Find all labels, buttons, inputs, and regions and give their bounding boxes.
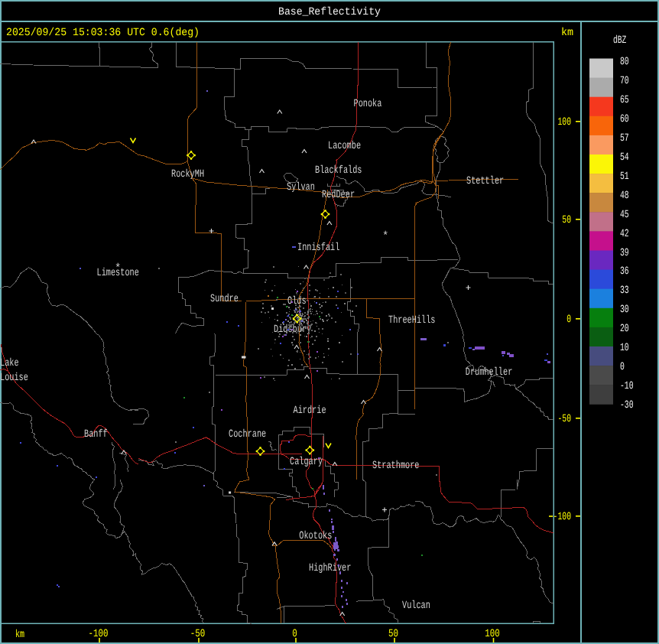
- svg-text:30: 30: [620, 303, 629, 315]
- svg-text:RockyMH: RockyMH: [171, 168, 204, 180]
- svg-text:*: *: [382, 230, 388, 242]
- svg-text:51: 51: [620, 170, 629, 182]
- svg-text:dBZ: dBZ: [613, 34, 627, 46]
- svg-text:-50: -50: [190, 627, 206, 639]
- svg-text:-100: -100: [553, 510, 571, 522]
- svg-text:100: 100: [485, 627, 500, 639]
- svg-text:-50: -50: [557, 412, 571, 424]
- svg-text:57: 57: [620, 132, 629, 144]
- svg-text:0: 0: [566, 313, 571, 325]
- svg-text:Strathmore: Strathmore: [372, 459, 419, 471]
- svg-text:Okotoks: Okotoks: [299, 529, 332, 542]
- svg-text:Ponoka: Ponoka: [354, 97, 382, 109]
- svg-text:100: 100: [557, 115, 571, 128]
- svg-text:42: 42: [620, 227, 629, 239]
- svg-text:-30: -30: [620, 398, 634, 411]
- svg-text:km: km: [561, 26, 573, 38]
- svg-text:Cochrane: Cochrane: [229, 428, 266, 440]
- svg-text:ThreeHills: ThreeHills: [388, 314, 435, 326]
- svg-text:Airdrie: Airdrie: [294, 404, 326, 416]
- svg-text:80: 80: [620, 55, 629, 67]
- svg-text:60: 60: [620, 112, 629, 125]
- svg-text:Innisfail: Innisfail: [297, 241, 340, 253]
- svg-text:-100: -100: [89, 627, 109, 639]
- svg-text:45: 45: [620, 208, 629, 220]
- svg-text:*: *: [115, 262, 121, 275]
- svg-text:HighRiver: HighRiver: [309, 561, 351, 574]
- svg-text:Calgary: Calgary: [290, 455, 323, 467]
- svg-text:65: 65: [620, 93, 629, 106]
- svg-text:33: 33: [620, 284, 629, 296]
- svg-text:Lacombe: Lacombe: [328, 139, 361, 151]
- svg-text:Vulcan: Vulcan: [402, 599, 430, 611]
- svg-text:Stettler: Stettler: [466, 174, 504, 187]
- svg-text:Sundre: Sundre: [210, 292, 239, 304]
- svg-text:RedDeer: RedDeer: [322, 188, 355, 200]
- svg-text:70: 70: [620, 74, 629, 86]
- svg-text:54: 54: [620, 151, 629, 163]
- svg-text:50: 50: [388, 627, 398, 639]
- svg-text:Olds: Olds: [287, 294, 307, 307]
- svg-text:Sylvan: Sylvan: [287, 181, 315, 193]
- svg-text:10: 10: [620, 341, 629, 353]
- svg-text:km: km: [15, 628, 24, 640]
- svg-text:Drumheller: Drumheller: [466, 366, 512, 378]
- svg-text:Base_Reflectivity: Base_Reflectivity: [278, 5, 381, 18]
- svg-text:39: 39: [620, 246, 629, 259]
- svg-text:Banff: Banff: [84, 428, 108, 440]
- svg-text:0: 0: [292, 627, 297, 639]
- svg-text:36: 36: [620, 265, 629, 278]
- svg-text:20: 20: [620, 322, 629, 334]
- svg-text:50: 50: [562, 213, 571, 226]
- svg-text:-10: -10: [620, 379, 634, 392]
- svg-text:2025/09/25 15:03:36 UTC 0.6(de: 2025/09/25 15:03:36 UTC 0.6(deg): [6, 26, 200, 38]
- svg-text:Blackfalds: Blackfalds: [315, 164, 362, 176]
- svg-text:Lake: Lake: [0, 356, 19, 369]
- svg-text:Louise: Louise: [0, 371, 28, 383]
- svg-text:48: 48: [620, 189, 629, 201]
- svg-text:0: 0: [620, 360, 625, 372]
